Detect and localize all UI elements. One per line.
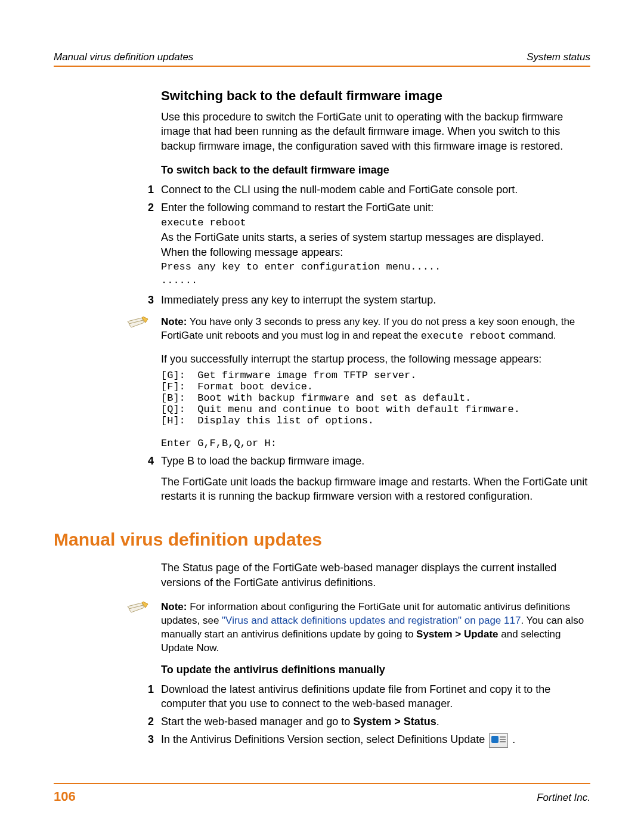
definitions-update-icon (489, 733, 508, 748)
step-4: 4 Type B to load the backup firmware ima… (161, 454, 590, 503)
step-2: 2 Start the web-based manager and go to … (161, 714, 590, 729)
menu-path: System > Update (416, 628, 498, 640)
step-text: Connect to the CLI using the null-modem … (161, 184, 518, 196)
step-number: 2 (136, 714, 154, 729)
content-column: Switching back to the default firmware i… (161, 88, 590, 748)
step-1: 1 Download the latest antivirus definiti… (161, 682, 590, 711)
step-number: 1 (136, 182, 154, 197)
step-text-post: . (509, 733, 515, 745)
note-text: Note: You have only 3 seconds to press a… (161, 315, 590, 343)
page-number: 106 (54, 789, 76, 804)
step-text: Immediately press any key to interrupt t… (161, 294, 436, 306)
note-icon (125, 315, 155, 342)
step-text: Download the latest antivirus definition… (161, 683, 550, 710)
chapter-heading: Manual virus definition updates (54, 529, 590, 550)
header-right: System status (527, 51, 590, 63)
step-continuation: When the following message appears: (161, 245, 590, 259)
step-3: 3 Immediately press any key to interrupt… (161, 293, 590, 307)
step-text-pre: Start the web-based manager and go to (161, 716, 353, 727)
header-rule (54, 66, 590, 67)
inline-code: execute reboot (421, 330, 506, 342)
step-continuation: As the FortiGate units starts, a series … (161, 230, 590, 244)
step-text: Type B to load the backup firmware image… (161, 455, 364, 467)
note-body-tail: command. (506, 330, 556, 341)
section-intro: Use this procedure to switch the FortiGa… (161, 110, 590, 153)
step-number: 1 (136, 682, 154, 696)
procedure-heading: To switch back to the default firmware i… (161, 164, 590, 176)
step-number: 3 (136, 293, 154, 307)
section-intro: The Status page of the FortiGate web-bas… (161, 561, 590, 590)
step-text-pre: In the Antivirus Definitions Version sec… (161, 733, 488, 745)
procedure-heading: To update the antivirus definitions manu… (161, 664, 590, 676)
step-text: Enter the following command to restart t… (161, 202, 434, 213)
paragraph: If you successfully interrupt the startu… (161, 352, 590, 366)
header-left: Manual virus definition updates (54, 51, 193, 63)
page: Manual virus definition updates System s… (0, 0, 644, 833)
note-block: Note: For information about configuring … (125, 600, 590, 655)
page-footer: 106 Fortinet Inc. (54, 783, 590, 804)
company-name: Fortinet Inc. (537, 792, 590, 804)
step-number: 2 (136, 200, 154, 215)
step-number: 3 (136, 732, 154, 747)
step-2: 2 Enter the following command to restart… (161, 200, 590, 288)
section-heading: Switching back to the default firmware i… (161, 88, 590, 104)
step-text-post: . (436, 716, 439, 727)
console-menu: [G]: Get firmware image from TFTP server… (161, 370, 590, 449)
step-number: 4 (136, 454, 154, 468)
command-code: execute reboot (161, 217, 246, 228)
running-header: Manual virus definition updates System s… (54, 51, 590, 66)
menu-path: System > Status (353, 716, 436, 727)
note-label: Note: (161, 601, 187, 612)
step-1: 1 Connect to the CLI using the null-mode… (161, 182, 590, 197)
note-block: Note: You have only 3 seconds to press a… (125, 315, 590, 343)
note-icon (125, 600, 155, 627)
note-text: Note: For information about configuring … (161, 600, 590, 655)
footer-rule (54, 783, 590, 784)
step-3: 3 In the Antivirus Definitions Version s… (161, 732, 590, 747)
console-output: Press any key to enter configuration men… (161, 261, 590, 288)
cross-reference-link[interactable]: "Virus and attack definitions updates an… (222, 615, 521, 626)
note-label: Note: (161, 316, 187, 327)
step-continuation: The FortiGate unit loads the backup firm… (161, 475, 590, 504)
